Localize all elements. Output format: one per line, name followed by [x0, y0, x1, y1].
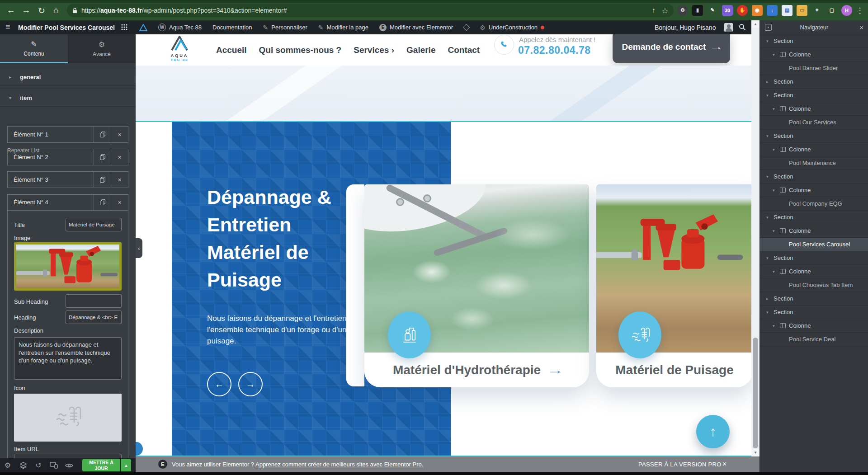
section-item[interactable]: ▾ item	[0, 89, 136, 107]
window-extension-icon[interactable]: ▢	[826, 5, 837, 16]
browser-menu-icon[interactable]: ⋮	[854, 4, 866, 17]
close-icon[interactable]: ×	[859, 24, 863, 31]
tab-avance[interactable]: ⚙ Avancé	[68, 34, 136, 63]
navigator-layers-icon[interactable]	[15, 461, 31, 469]
preview-eye-icon[interactable]	[61, 463, 77, 468]
wp-documentation-link[interactable]: Documentation	[212, 24, 252, 31]
docs-extension-icon[interactable]: ▤	[782, 5, 793, 16]
elementor-blue-logo-icon[interactable]	[139, 24, 147, 31]
search-icon[interactable]	[739, 24, 746, 33]
site-nav-link[interactable]: Services ›	[354, 45, 394, 55]
scrollbar-down-icon[interactable]: ▼	[751, 449, 760, 456]
update-options-chevron[interactable]: ▲	[121, 459, 131, 471]
navigator-row[interactable]: Pool Services Carousel	[760, 238, 868, 251]
responsive-mode-icon[interactable]	[46, 462, 61, 469]
tree-toggle-icon[interactable]: ▾	[773, 229, 778, 233]
wp-diamond-menu[interactable]	[464, 25, 469, 30]
wp-customize-link[interactable]: ✎ Personnaliser	[263, 24, 307, 31]
settings-gear-icon[interactable]: ⚙	[0, 461, 15, 470]
navigator-row[interactable]: ▾ Section	[760, 170, 868, 183]
site-nav-link[interactable]: Accueil	[216, 45, 247, 55]
navigator-row[interactable]: ▾ Section	[760, 129, 868, 143]
remove-item-icon[interactable]: ×	[111, 172, 128, 188]
navigator-row[interactable]: ▾ Section	[760, 211, 868, 224]
section-general[interactable]: ▸ general	[0, 68, 136, 86]
bookmark-star-icon[interactable]: ☆	[662, 6, 668, 15]
site-nav-link[interactable]: Qui sommes-nous ?	[259, 45, 342, 55]
navigator-row[interactable]: ▸ Section	[760, 292, 868, 306]
contact-request-button[interactable]: Demande de contact →	[613, 34, 730, 63]
wp-site-menu[interactable]: W Aqua Tec 88	[158, 24, 202, 31]
phone-extension-icon[interactable]: ▮	[692, 5, 703, 16]
pen-extension-icon[interactable]: ✎	[707, 5, 718, 16]
tree-toggle-icon[interactable]: ▾	[766, 215, 772, 220]
scrollbar-up-icon[interactable]: ▲	[751, 20, 760, 28]
navigator-row[interactable]: ▾ Section	[760, 306, 868, 319]
tab-contenu[interactable]: ✎ Contenu	[0, 34, 68, 63]
tree-toggle-icon[interactable]: ▾	[773, 324, 778, 328]
badge-30-extension-icon[interactable]: 30	[722, 5, 733, 16]
repeater-item[interactable]: Élément N° 1 ×	[7, 126, 128, 143]
navigator-row[interactable]: Pool Chooseus Tab Item	[760, 278, 868, 292]
share-icon[interactable]: ↑	[652, 6, 656, 14]
wp-account-greeting[interactable]: Bonjour, Hugo Pisano	[655, 20, 716, 34]
page-scrollbar[interactable]: ▲ ▼	[751, 20, 760, 456]
duplicate-item-icon[interactable]	[94, 149, 111, 165]
remove-item-icon[interactable]: ×	[111, 127, 128, 142]
repeater-item[interactable]: Élément N° 3 ×	[7, 171, 128, 188]
browser-back-icon[interactable]: ←	[5, 4, 17, 17]
navigator-row[interactable]: Pool Our Services	[760, 116, 868, 129]
tree-toggle-icon[interactable]: ▾	[766, 134, 772, 138]
navigator-row[interactable]: ▾ Colonne	[760, 224, 868, 238]
navigator-row[interactable]: ▸ Section	[760, 75, 868, 89]
tree-toggle-icon[interactable]: ▸	[766, 296, 772, 301]
rss-extension-icon[interactable]: ◉	[752, 5, 763, 16]
scrollbar-thumb[interactable]	[753, 338, 758, 448]
profile-avatar[interactable]: H	[841, 5, 852, 16]
phone-number[interactable]: 07.82.80.04.78	[518, 44, 590, 56]
navigator-row[interactable]: ▾ Section	[760, 251, 868, 265]
carousel-prev-button[interactable]: ←	[207, 372, 231, 396]
navigator-row[interactable]: ▾ Colonne	[760, 102, 868, 116]
description-field-textarea[interactable]: Nous faisons du dépannage et l'entretien…	[14, 337, 122, 380]
folder-extension-icon[interactable]: ▭	[797, 5, 807, 16]
tree-toggle-icon[interactable]: ▾	[773, 107, 778, 111]
banner-close-icon[interactable]: ×	[722, 460, 726, 468]
navigator-row[interactable]: ▾ Section	[760, 89, 868, 102]
remove-item-icon[interactable]: ×	[111, 194, 128, 210]
go-pro-button[interactable]: PASSER À LA VERSION PRO	[638, 461, 722, 468]
wp-edit-page-link[interactable]: ✎ Modifier la page	[318, 24, 368, 31]
panel-collapse-handle[interactable]: ‹	[136, 238, 142, 258]
site-nav-link[interactable]: Galerie	[406, 45, 435, 55]
tree-toggle-icon[interactable]: ▾	[766, 174, 772, 179]
navigator-row[interactable]: ▾ Colonne	[760, 183, 868, 197]
user-avatar[interactable]	[724, 23, 733, 32]
address-bar[interactable]: https://aqua-tec-88.fr/wp-admin/post.php…	[67, 4, 674, 17]
navigator-row[interactable]: ▾ Colonne	[760, 48, 868, 61]
navigator-row[interactable]: ▾ Section	[760, 34, 868, 48]
dock-icon[interactable]: ▼	[765, 24, 772, 31]
image-field-preview[interactable]	[14, 242, 122, 291]
tree-toggle-icon[interactable]: ▾	[766, 93, 772, 98]
tree-toggle-icon[interactable]: ▾	[766, 39, 772, 43]
wp-edit-with-elementor-link[interactable]: E Modifier avec Elementor	[379, 24, 453, 31]
gear-extension-icon[interactable]: ⚙	[677, 5, 688, 16]
browser-home-icon[interactable]: ⌂	[50, 4, 62, 17]
repeater-item[interactable]: Élément N° 4 ×	[7, 194, 128, 211]
tree-toggle-icon[interactable]: ▾	[766, 310, 772, 315]
title-field-input[interactable]: Matériel de Puisage	[66, 218, 122, 231]
heading-field-input[interactable]: Dépannage & <br> E	[66, 310, 122, 324]
widgets-grid-icon[interactable]	[121, 24, 127, 32]
navigator-row[interactable]: Pool Company EQG	[760, 197, 868, 211]
panel-menu-icon[interactable]: ≡	[5, 22, 10, 32]
puzzle-extension-icon[interactable]: ✦	[811, 5, 822, 16]
duplicate-item-icon[interactable]	[94, 127, 111, 142]
navigator-row[interactable]: ▾ Colonne	[760, 265, 868, 278]
history-icon[interactable]: ↺	[31, 461, 46, 470]
download-extension-icon[interactable]: ↓	[767, 5, 778, 16]
navigator-row[interactable]: ▾ Colonne	[760, 143, 868, 156]
carousel-card-puisage[interactable]: Matériel de Puisage	[596, 184, 751, 387]
scroll-to-top-button[interactable]: ↑	[696, 415, 730, 448]
banner-link[interactable]: Apprenez comment créer de meilleurs site…	[255, 461, 423, 468]
update-button[interactable]: METTRE À JOUR	[82, 459, 120, 471]
